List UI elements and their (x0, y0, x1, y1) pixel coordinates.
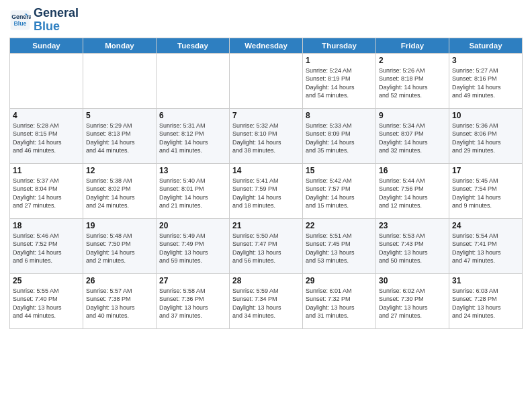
day-number: 22 (306, 221, 373, 230)
day-number: 5 (86, 111, 153, 120)
header: General Blue General Blue (9, 7, 523, 34)
day-detail: Sunrise: 5:33 AM Sunset: 8:09 PM Dayligh… (306, 122, 373, 155)
day-detail: Sunrise: 5:38 AM Sunset: 8:02 PM Dayligh… (86, 177, 153, 210)
calendar-week-2: 4Sunrise: 5:28 AM Sunset: 8:15 PM Daylig… (10, 108, 523, 163)
calendar-cell: 5Sunrise: 5:29 AM Sunset: 8:13 PM Daylig… (83, 108, 157, 163)
day-detail: Sunrise: 5:46 AM Sunset: 7:52 PM Dayligh… (13, 232, 80, 265)
day-number: 25 (13, 276, 80, 285)
day-number: 14 (232, 166, 300, 175)
calendar-cell: 1Sunrise: 5:24 AM Sunset: 8:19 PM Daylig… (303, 53, 376, 108)
day-number: 21 (232, 221, 300, 230)
calendar-cell (230, 53, 303, 108)
day-number: 29 (306, 276, 373, 285)
day-detail: Sunrise: 5:29 AM Sunset: 8:13 PM Dayligh… (86, 122, 153, 155)
calendar-cell: 27Sunrise: 5:58 AM Sunset: 7:36 PM Dayli… (157, 273, 230, 328)
weekday-header-thursday: Thursday (303, 38, 376, 53)
calendar-cell: 17Sunrise: 5:45 AM Sunset: 7:54 PM Dayli… (449, 163, 523, 218)
main-container: General Blue General Blue SundayMondayTu… (0, 0, 532, 333)
calendar-cell: 26Sunrise: 5:57 AM Sunset: 7:38 PM Dayli… (83, 273, 157, 328)
day-number: 23 (379, 221, 446, 230)
day-detail: Sunrise: 5:41 AM Sunset: 7:59 PM Dayligh… (232, 177, 300, 210)
day-detail: Sunrise: 5:42 AM Sunset: 7:57 PM Dayligh… (306, 177, 373, 210)
day-detail: Sunrise: 5:48 AM Sunset: 7:50 PM Dayligh… (86, 232, 153, 265)
day-number: 20 (159, 221, 226, 230)
day-detail: Sunrise: 5:40 AM Sunset: 8:01 PM Dayligh… (159, 177, 226, 210)
calendar-table: SundayMondayTuesdayWednesdayThursdayFrid… (9, 38, 523, 329)
calendar-cell: 11Sunrise: 5:37 AM Sunset: 8:04 PM Dayli… (10, 163, 83, 218)
day-number: 10 (452, 111, 519, 120)
calendar-cell: 23Sunrise: 5:53 AM Sunset: 7:43 PM Dayli… (376, 218, 449, 273)
calendar-cell: 3Sunrise: 5:27 AM Sunset: 8:16 PM Daylig… (449, 53, 523, 108)
day-number: 7 (232, 111, 300, 120)
day-number: 28 (232, 276, 300, 285)
day-number: 19 (86, 221, 153, 230)
logo-text: General Blue (34, 7, 79, 34)
calendar-cell: 24Sunrise: 5:54 AM Sunset: 7:41 PM Dayli… (449, 218, 523, 273)
day-number: 16 (379, 166, 446, 175)
weekday-header-sunday: Sunday (10, 38, 83, 53)
day-detail: Sunrise: 6:01 AM Sunset: 7:32 PM Dayligh… (306, 287, 373, 320)
day-detail: Sunrise: 5:44 AM Sunset: 7:56 PM Dayligh… (379, 177, 446, 210)
calendar-cell: 20Sunrise: 5:49 AM Sunset: 7:49 PM Dayli… (157, 218, 230, 273)
day-number: 18 (13, 221, 80, 230)
day-detail: Sunrise: 5:27 AM Sunset: 8:16 PM Dayligh… (452, 66, 519, 100)
calendar-cell: 14Sunrise: 5:41 AM Sunset: 7:59 PM Dayli… (230, 163, 303, 218)
weekday-header-friday: Friday (376, 38, 449, 53)
calendar-cell: 25Sunrise: 5:55 AM Sunset: 7:40 PM Dayli… (10, 273, 83, 328)
calendar-cell: 15Sunrise: 5:42 AM Sunset: 7:57 PM Dayli… (303, 163, 376, 218)
day-number: 17 (452, 166, 519, 175)
weekday-header-monday: Monday (83, 38, 157, 53)
day-number: 26 (86, 276, 153, 285)
day-detail: Sunrise: 5:36 AM Sunset: 8:06 PM Dayligh… (452, 122, 519, 155)
day-number: 2 (379, 56, 446, 65)
day-number: 4 (13, 111, 80, 120)
calendar-cell: 2Sunrise: 5:26 AM Sunset: 8:18 PM Daylig… (376, 53, 449, 108)
day-number: 11 (13, 166, 80, 175)
weekday-header-saturday: Saturday (449, 38, 523, 53)
logo-icon: General Blue (9, 9, 31, 31)
day-number: 8 (306, 111, 373, 120)
weekday-header-wednesday: Wednesday (230, 38, 303, 53)
day-detail: Sunrise: 5:53 AM Sunset: 7:43 PM Dayligh… (379, 232, 446, 265)
day-detail: Sunrise: 5:51 AM Sunset: 7:45 PM Dayligh… (306, 232, 373, 265)
calendar-week-3: 11Sunrise: 5:37 AM Sunset: 8:04 PM Dayli… (10, 163, 523, 218)
calendar-cell: 18Sunrise: 5:46 AM Sunset: 7:52 PM Dayli… (10, 218, 83, 273)
svg-text:General: General (11, 13, 31, 20)
calendar-cell: 30Sunrise: 6:02 AM Sunset: 7:30 PM Dayli… (376, 273, 449, 328)
calendar-cell: 10Sunrise: 5:36 AM Sunset: 8:06 PM Dayli… (449, 108, 523, 163)
day-number: 13 (159, 166, 226, 175)
day-detail: Sunrise: 5:49 AM Sunset: 7:49 PM Dayligh… (159, 232, 226, 265)
day-detail: Sunrise: 5:50 AM Sunset: 7:47 PM Dayligh… (232, 232, 300, 265)
calendar-cell: 13Sunrise: 5:40 AM Sunset: 8:01 PM Dayli… (157, 163, 230, 218)
day-number: 6 (159, 111, 226, 120)
day-detail: Sunrise: 5:24 AM Sunset: 8:19 PM Dayligh… (306, 66, 373, 100)
weekday-header-row: SundayMondayTuesdayWednesdayThursdayFrid… (10, 38, 523, 53)
day-detail: Sunrise: 5:55 AM Sunset: 7:40 PM Dayligh… (13, 287, 80, 320)
calendar-cell: 8Sunrise: 5:33 AM Sunset: 8:09 PM Daylig… (303, 108, 376, 163)
day-number: 27 (159, 276, 226, 285)
calendar-cell: 16Sunrise: 5:44 AM Sunset: 7:56 PM Dayli… (376, 163, 449, 218)
day-detail: Sunrise: 5:54 AM Sunset: 7:41 PM Dayligh… (452, 232, 519, 265)
day-detail: Sunrise: 5:31 AM Sunset: 8:12 PM Dayligh… (159, 122, 226, 155)
day-detail: Sunrise: 5:32 AM Sunset: 8:10 PM Dayligh… (232, 122, 300, 155)
day-detail: Sunrise: 5:26 AM Sunset: 8:18 PM Dayligh… (379, 66, 446, 100)
day-detail: Sunrise: 5:28 AM Sunset: 8:15 PM Dayligh… (13, 122, 80, 155)
day-detail: Sunrise: 5:57 AM Sunset: 7:38 PM Dayligh… (86, 287, 153, 320)
day-number: 24 (452, 221, 519, 230)
weekday-header-tuesday: Tuesday (157, 38, 230, 53)
calendar-cell: 21Sunrise: 5:50 AM Sunset: 7:47 PM Dayli… (230, 218, 303, 273)
day-detail: Sunrise: 5:58 AM Sunset: 7:36 PM Dayligh… (159, 287, 226, 320)
day-detail: Sunrise: 5:45 AM Sunset: 7:54 PM Dayligh… (452, 177, 519, 210)
day-number: 9 (379, 111, 446, 120)
day-number: 12 (86, 166, 153, 175)
calendar-cell (157, 53, 230, 108)
logo: General Blue General Blue (9, 7, 79, 34)
calendar-cell: 29Sunrise: 6:01 AM Sunset: 7:32 PM Dayli… (303, 273, 376, 328)
calendar-cell: 12Sunrise: 5:38 AM Sunset: 8:02 PM Dayli… (83, 163, 157, 218)
day-detail: Sunrise: 5:34 AM Sunset: 8:07 PM Dayligh… (379, 122, 446, 155)
calendar-cell: 9Sunrise: 5:34 AM Sunset: 8:07 PM Daylig… (376, 108, 449, 163)
calendar-cell: 31Sunrise: 6:03 AM Sunset: 7:28 PM Dayli… (449, 273, 523, 328)
calendar-cell: 6Sunrise: 5:31 AM Sunset: 8:12 PM Daylig… (157, 108, 230, 163)
calendar-week-5: 25Sunrise: 5:55 AM Sunset: 7:40 PM Dayli… (10, 273, 523, 328)
day-detail: Sunrise: 6:03 AM Sunset: 7:28 PM Dayligh… (452, 287, 519, 320)
